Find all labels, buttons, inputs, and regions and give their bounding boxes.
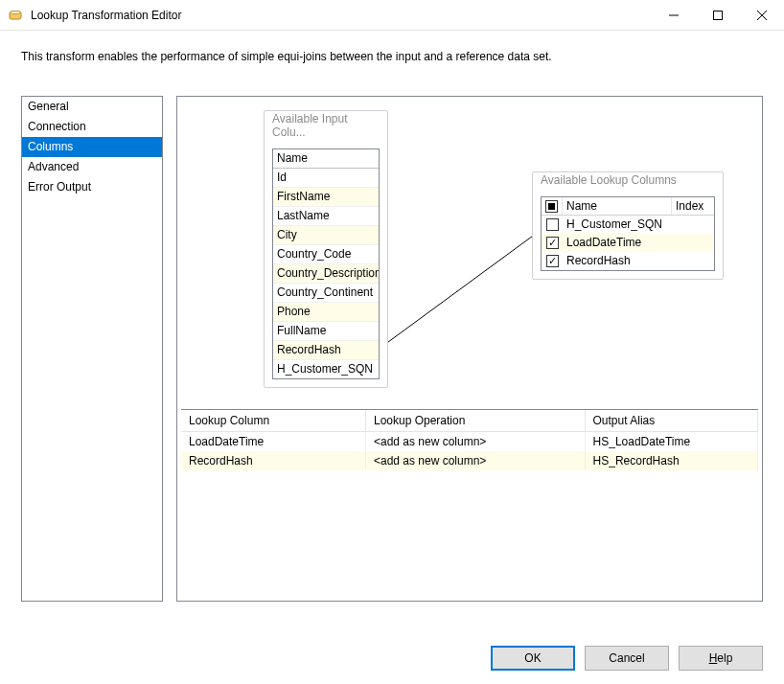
lookup-row-name: RecordHash [563, 252, 672, 270]
lookup-column-row[interactable]: RecordHash [542, 252, 714, 270]
close-button[interactable] [740, 0, 784, 30]
svg-rect-3 [714, 11, 723, 19]
lookup-row-checkbox[interactable] [546, 255, 559, 267]
app-icon [8, 8, 23, 23]
titlebar: Lookup Transformation Editor [0, 0, 784, 31]
minimize-button[interactable] [652, 0, 696, 30]
svg-line-6 [388, 231, 540, 342]
input-column-row[interactable]: Country_Continent [273, 284, 379, 303]
ok-button[interactable]: OK [491, 646, 575, 671]
lookup-column-row[interactable]: LoadDateTime [542, 234, 714, 252]
lookup-row-index [672, 234, 714, 252]
maximize-button[interactable] [696, 0, 740, 30]
svg-point-1 [11, 11, 21, 13]
sidebar-item-connection[interactable]: Connection [22, 117, 162, 137]
input-column-row[interactable]: FirstName [273, 188, 379, 207]
mapping-cell-lookup-operation[interactable]: <add as new column> [365, 451, 585, 470]
cancel-button[interactable]: Cancel [585, 646, 669, 671]
mapping-grid[interactable]: Lookup Column Lookup Operation Output Al… [181, 409, 758, 601]
mapping-header-lookup-operation: Lookup Operation [365, 410, 585, 432]
mapping-cell-lookup-column[interactable]: RecordHash [181, 451, 365, 470]
dialog-footer: OK Cancel Help [491, 646, 763, 671]
available-input-columns-box[interactable]: Available Input Colu... Name IdFirstName… [264, 110, 388, 388]
input-columns-list[interactable]: Name IdFirstNameLastNameCityCountry_Code… [272, 148, 380, 379]
sidebar-item-columns[interactable]: Columns [22, 137, 162, 157]
input-column-row[interactable]: H_Customer_SQN [273, 360, 379, 378]
input-column-row[interactable]: FullName [273, 322, 379, 341]
window-buttons [652, 0, 784, 30]
input-column-row[interactable]: Id [273, 169, 379, 188]
input-columns-header: Name [273, 149, 379, 169]
lookup-header-name: Name [563, 197, 672, 215]
lookup-row-checkbox[interactable] [546, 218, 559, 231]
mapping-row[interactable]: LoadDateTime<add as new column>HS_LoadDa… [181, 432, 758, 452]
input-column-row[interactable]: Country_Code [273, 245, 379, 264]
input-columns-title: Available Input Colu... [265, 110, 387, 145]
main-panel: Available Input Colu... Name IdFirstName… [176, 96, 763, 602]
window-title: Lookup Transformation Editor [31, 9, 652, 22]
input-column-row[interactable]: RecordHash [273, 341, 379, 360]
diagram-area: Available Input Colu... Name IdFirstName… [177, 97, 762, 409]
mapping-header-row: Lookup Column Lookup Operation Output Al… [181, 410, 758, 432]
lookup-columns-list[interactable]: Name Index H_Customer_SQNLoadDateTimeRec… [541, 196, 715, 271]
lookup-column-row[interactable]: H_Customer_SQN [542, 216, 714, 234]
mapping-cell-lookup-operation[interactable]: <add as new column> [365, 432, 585, 452]
lookup-row-name: LoadDateTime [563, 234, 672, 252]
mapping-header-lookup-column: Lookup Column [181, 410, 365, 432]
input-column-row[interactable]: Country_Description [273, 264, 379, 284]
description-text: This transform enables the performance o… [0, 31, 784, 96]
mapping-header-output-alias: Output Alias [585, 410, 757, 432]
lookup-columns-header: Name Index [542, 197, 714, 216]
select-all-checkbox[interactable] [545, 200, 558, 213]
input-column-row[interactable]: LastName [273, 207, 379, 226]
sidebar-item-error-output[interactable]: Error Output [22, 177, 162, 197]
mapping-cell-output-alias[interactable]: HS_LoadDateTime [585, 432, 757, 452]
sidebar-item-general[interactable]: General [22, 97, 162, 117]
available-lookup-columns-box[interactable]: Available Lookup Columns Name Index H_Cu… [532, 171, 724, 280]
sidebar-item-advanced[interactable]: Advanced [22, 157, 162, 177]
help-button[interactable]: Help [679, 646, 763, 671]
input-column-row[interactable]: City [273, 226, 379, 245]
lookup-row-index [672, 252, 714, 270]
mapping-cell-lookup-column[interactable]: LoadDateTime [181, 432, 365, 452]
sidebar: GeneralConnectionColumnsAdvancedError Ou… [21, 96, 163, 602]
mapping-cell-output-alias[interactable]: HS_RecordHash [585, 451, 757, 470]
lookup-row-index [672, 216, 714, 234]
lookup-row-checkbox[interactable] [546, 237, 559, 249]
input-column-row[interactable]: Phone [273, 303, 379, 322]
mapping-row[interactable]: RecordHash<add as new column>HS_RecordHa… [181, 451, 758, 470]
lookup-row-name: H_Customer_SQN [563, 216, 672, 234]
lookup-columns-title: Available Lookup Columns [533, 171, 723, 193]
lookup-header-index: Index [672, 197, 714, 215]
